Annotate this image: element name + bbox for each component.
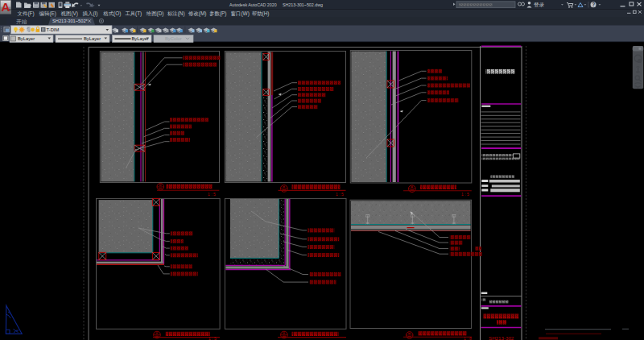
svg-text:视图(V): 视图(V): [61, 10, 78, 17]
svg-text:帮助(H): 帮助(H): [252, 10, 270, 17]
svg-text:ByLayer: ByLayer: [132, 36, 149, 41]
svg-text:开始: 开始: [16, 19, 27, 25]
svg-text:ByColor: ByColor: [165, 36, 182, 41]
svg-text:1 : 5: 1 : 5: [208, 336, 217, 340]
svg-text:?: ?: [592, 2, 595, 7]
svg-text:1 : 5: 1 : 5: [461, 192, 469, 197]
svg-text:参数(P): 参数(P): [209, 10, 226, 17]
svg-text:1 : 8: 1 : 8: [464, 336, 472, 340]
svg-text:Autodesk AutoCAD 2020: Autodesk AutoCAD 2020: [229, 2, 277, 7]
svg-text:修改(M): 修改(M): [188, 10, 206, 17]
svg-text:A: A: [2, 0, 10, 14]
svg-text:文件(F): 文件(F): [18, 10, 35, 17]
svg-text:ByLayer: ByLayer: [18, 36, 35, 41]
svg-text:工具(T): 工具(T): [125, 10, 142, 17]
svg-text:1 : 5: 1 : 5: [208, 192, 216, 197]
svg-text:格式(O): 格式(O): [102, 10, 121, 17]
svg-text:ByLayer: ByLayer: [84, 36, 101, 41]
svg-text:SH213-301~502.dwg: SH213-301~502.dwg: [283, 2, 323, 7]
svg-text:标注(N): 标注(N): [167, 10, 185, 17]
svg-text:SH213-302: SH213-302: [489, 335, 514, 340]
svg-text:1 : 5: 1 : 5: [336, 192, 344, 197]
svg-text:绘图(D): 绘图(D): [147, 10, 164, 17]
svg-text:SH213-301~502*: SH213-301~502*: [52, 19, 89, 23]
svg-text:登录: 登录: [534, 2, 545, 8]
svg-text:T-DIM: T-DIM: [47, 27, 60, 32]
svg-text:窗口(W): 窗口(W): [231, 10, 250, 17]
svg-text:编辑(E): 编辑(E): [39, 10, 56, 17]
svg-text:插入(I): 插入(I): [83, 10, 98, 17]
